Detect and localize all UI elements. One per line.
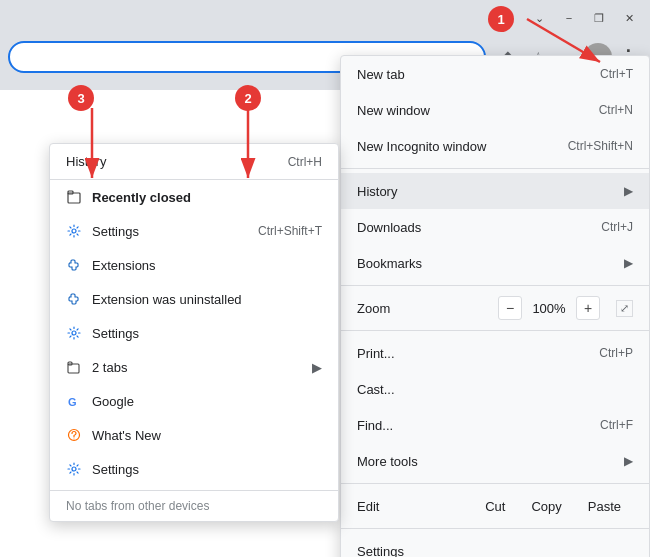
menu-item-bookmarks[interactable]: Bookmarks ▶: [341, 245, 649, 281]
svg-text:G: G: [68, 396, 77, 408]
zoom-controls: − 100% + ⤢: [498, 296, 633, 320]
edit-row: Edit Cut Copy Paste: [341, 488, 649, 524]
menu-item-new-window[interactable]: New window Ctrl+N: [341, 92, 649, 128]
history-submenu: History Ctrl+H Recently closed Settings …: [49, 143, 339, 522]
zoom-row: Zoom − 100% + ⤢: [341, 290, 649, 326]
extensions-icon-2: [66, 291, 82, 307]
svg-point-2: [72, 229, 76, 233]
chevron-btn[interactable]: ⌄: [526, 8, 552, 28]
menu-item-more-tools[interactable]: More tools ▶: [341, 443, 649, 479]
svg-point-3: [72, 331, 76, 335]
history-item-settings-1[interactable]: Settings Ctrl+Shift+T: [50, 214, 338, 248]
settings-icon-3: [66, 461, 82, 477]
history-item-whats-new[interactable]: What's New: [50, 418, 338, 452]
history-item-settings-2[interactable]: Settings: [50, 316, 338, 350]
divider-4: [341, 483, 649, 484]
zoom-fullscreen-btn[interactable]: ⤢: [616, 300, 633, 317]
history-item-ext-uninstalled[interactable]: Extension was uninstalled: [50, 282, 338, 316]
tab-icon-2: [66, 359, 82, 375]
history-item-extensions[interactable]: Extensions: [50, 248, 338, 282]
minimize-btn[interactable]: −: [556, 8, 582, 28]
paste-btn[interactable]: Paste: [576, 495, 633, 518]
menu-item-downloads[interactable]: Downloads Ctrl+J: [341, 209, 649, 245]
zoom-in-btn[interactable]: +: [576, 296, 600, 320]
divider-1: [341, 168, 649, 169]
history-footer: No tabs from other devices: [50, 490, 338, 521]
history-item-2-tabs[interactable]: 2 tabs ▶: [50, 350, 338, 384]
maximize-btn[interactable]: ❐: [586, 8, 612, 28]
history-item-settings-3[interactable]: Settings: [50, 452, 338, 486]
settings-icon: [66, 223, 82, 239]
title-bar: ⌄ − ❐ ✕: [0, 0, 650, 36]
menu-item-history[interactable]: History ▶: [341, 173, 649, 209]
edit-buttons: Cut Copy Paste: [473, 495, 633, 518]
history-header: History Ctrl+H: [50, 144, 338, 180]
history-item-google[interactable]: G Google: [50, 384, 338, 418]
tab-icon: [66, 189, 82, 205]
menu-item-print[interactable]: Print... Ctrl+P: [341, 335, 649, 371]
zoom-out-btn[interactable]: −: [498, 296, 522, 320]
divider-2: [341, 285, 649, 286]
settings-icon-2: [66, 325, 82, 341]
copy-btn[interactable]: Copy: [519, 495, 573, 518]
google-icon: G: [66, 393, 82, 409]
cut-btn[interactable]: Cut: [473, 495, 517, 518]
close-btn[interactable]: ✕: [616, 8, 642, 28]
svg-point-8: [73, 438, 74, 439]
menu-item-find[interactable]: Find... Ctrl+F: [341, 407, 649, 443]
extensions-icon: [66, 257, 82, 273]
svg-point-9: [72, 467, 76, 471]
whats-new-icon: [66, 427, 82, 443]
menu-item-settings[interactable]: Settings: [341, 533, 649, 557]
history-recently-closed-header: Recently closed: [50, 180, 338, 214]
menu-item-cast[interactable]: Cast...: [341, 371, 649, 407]
menu-item-incognito[interactable]: New Incognito window Ctrl+Shift+N: [341, 128, 649, 164]
divider-3: [341, 330, 649, 331]
divider-5: [341, 528, 649, 529]
dropdown-menu: New tab Ctrl+T New window Ctrl+N New Inc…: [340, 55, 650, 557]
menu-item-new-tab[interactable]: New tab Ctrl+T: [341, 56, 649, 92]
